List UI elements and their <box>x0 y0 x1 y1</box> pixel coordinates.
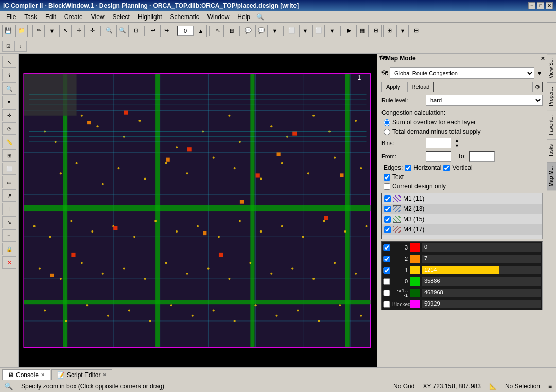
drop-lt-btn[interactable]: ▼ <box>2 96 16 108</box>
cong-row-2-check[interactable] <box>383 256 390 262</box>
zoom-down-btn[interactable]: ↓ <box>14 41 27 52</box>
grid-btn[interactable]: ▦ <box>356 25 369 37</box>
apply-button[interactable]: Apply <box>381 82 405 92</box>
side-tab-properties[interactable]: Proper... <box>547 82 556 111</box>
ruler-btn[interactable]: 📏 <box>2 136 16 148</box>
hierarchy-btn[interactable]: ≡ <box>2 229 16 242</box>
script-editor-close-btn[interactable]: ✕ <box>102 372 107 378</box>
wave-btn[interactable]: ∿ <box>2 216 16 228</box>
tab-script-editor[interactable]: 📝 Script Editor ✕ <box>51 369 112 380</box>
layer-m1-check[interactable] <box>384 195 391 202</box>
chat-btn[interactable]: 💬 <box>242 25 254 37</box>
menu-create[interactable]: Create <box>60 12 87 22</box>
bins-input[interactable]: 5 <box>426 138 451 148</box>
radio-demand[interactable] <box>384 129 390 135</box>
chat2-btn[interactable]: 💬 <box>255 25 268 37</box>
bins-spinner-up[interactable]: ▲▼ <box>455 138 459 148</box>
zoom-fit-btn[interactable]: ⊡ <box>130 25 142 37</box>
menu-file[interactable]: File <box>2 12 20 22</box>
right-panel: 🗺 Map Mode ✕ 🗺 Global Route Congestion ▼… <box>377 54 547 367</box>
cursor-btn[interactable]: ↖ <box>212 25 224 37</box>
radio-overflow[interactable] <box>384 119 390 126</box>
layers-btn[interactable]: ⬜ <box>286 25 298 37</box>
rule-level-select[interactable]: hard soft <box>426 95 543 106</box>
pencil-drop-btn[interactable]: ▼ <box>46 25 58 37</box>
save-btn[interactable]: 💾 <box>2 25 14 37</box>
path-btn[interactable]: ↗ <box>2 189 16 202</box>
layers2-btn[interactable]: ⬜ <box>312 25 325 37</box>
play-btn[interactable]: ▶ <box>343 25 355 37</box>
text-check[interactable] <box>384 174 390 181</box>
pointer-btn[interactable]: ↖ <box>59 25 72 37</box>
svg-point-53 <box>49 236 51 238</box>
zoom-box-btn[interactable]: 🔍 <box>2 82 16 95</box>
menu-schematic[interactable]: Schematic <box>166 12 203 22</box>
extra-btn[interactable]: ⊞ <box>370 25 382 37</box>
extra2-btn[interactable]: ⊞ <box>383 25 395 37</box>
cross2-btn[interactable]: ✛ <box>86 25 98 37</box>
menu-icon[interactable]: ≡ <box>548 383 552 390</box>
horizontal-check[interactable] <box>405 165 411 171</box>
pencil-btn[interactable]: ✏ <box>32 25 45 37</box>
cong-row-3-check[interactable] <box>383 244 390 251</box>
select-btn[interactable]: ↖ <box>2 56 16 68</box>
zoom-in-btn[interactable]: 🔍 <box>103 25 115 37</box>
transform-btn[interactable]: ⟳ <box>2 122 16 135</box>
info-btn[interactable]: ℹ <box>2 69 16 81</box>
menu-help[interactable]: Help <box>233 12 254 22</box>
drop5-btn[interactable]: ▼ <box>326 25 338 37</box>
cong-row-neg-check[interactable] <box>383 290 390 296</box>
text-btn[interactable]: T <box>2 203 16 215</box>
app-btn[interactable]: ⊞ <box>410 25 422 37</box>
close-btn[interactable]: ✕ <box>546 2 553 9</box>
menu-window[interactable]: Window <box>203 12 234 22</box>
drop3-btn[interactable]: ▼ <box>269 25 281 37</box>
search-icon[interactable]: 🔍 <box>256 13 264 21</box>
cong-row-blocked-check[interactable] <box>383 301 390 308</box>
side-tab-favorites[interactable]: Favorit... <box>547 111 556 139</box>
open-btn[interactable]: 📁 <box>15 25 28 37</box>
menu-select[interactable]: Select <box>109 12 134 22</box>
layer-m3-check[interactable] <box>384 216 391 223</box>
zoom-fit2-btn[interactable]: ⊡ <box>2 41 14 52</box>
side-tab-mapmode[interactable]: Map M... <box>547 162 556 190</box>
redo-btn[interactable]: ↪ <box>160 25 172 37</box>
rect-btn[interactable]: ▭ <box>2 176 16 188</box>
current-design-check[interactable] <box>384 183 390 190</box>
undo-btn[interactable]: ↩ <box>147 25 159 37</box>
cross-btn[interactable]: ✛ <box>73 25 85 37</box>
map-mode-select[interactable]: Global Route Congestion <box>390 67 534 79</box>
error-btn[interactable]: ✕ <box>2 256 16 269</box>
settings-gear-btn[interactable]: ⚙ <box>532 82 543 92</box>
drop6-btn[interactable]: ▼ <box>396 25 409 37</box>
side-tab-tasks[interactable]: Tasks <box>547 139 556 162</box>
wire-btn[interactable]: ⊞ <box>2 149 16 162</box>
menu-edit[interactable]: Edit <box>41 12 60 22</box>
drop4-btn[interactable]: ▼ <box>299 25 311 37</box>
cong-row-0-check[interactable] <box>383 278 390 285</box>
zoom-input[interactable] <box>177 26 194 36</box>
layer-m2-check[interactable] <box>384 206 391 212</box>
side-tab-views[interactable]: View S... <box>547 54 556 82</box>
cong-row-1-check[interactable] <box>383 267 390 274</box>
console-close-btn[interactable]: ✕ <box>41 372 45 378</box>
vertical-check[interactable] <box>443 165 450 171</box>
menu-highlight[interactable]: Highlight <box>134 12 166 22</box>
svg-point-63 <box>260 230 262 233</box>
from-input[interactable]: 0 <box>426 151 451 162</box>
map-mode-close-btn[interactable]: ✕ <box>541 56 545 61</box>
to-input[interactable]: 3 <box>469 151 495 162</box>
minimize-btn[interactable]: − <box>528 2 535 9</box>
lock-btn[interactable]: 🔒 <box>2 243 16 255</box>
maximize-btn[interactable]: □ <box>537 2 544 9</box>
reload-button[interactable]: Reload <box>407 82 435 92</box>
tab-console[interactable]: 🖥 Console ✕ <box>2 369 50 380</box>
menu-view[interactable]: View <box>87 12 109 22</box>
move-btn[interactable]: ✛ <box>2 109 16 121</box>
menu-task[interactable]: Task <box>20 12 41 22</box>
zoom-up-btn[interactable]: ▲ <box>195 25 207 37</box>
screen-btn[interactable]: 🖥 <box>225 25 237 37</box>
layer-m4-check[interactable] <box>384 226 391 233</box>
zoom-out-btn[interactable]: 🔍 <box>116 25 129 37</box>
cell-btn[interactable]: ⬜ <box>2 163 16 175</box>
